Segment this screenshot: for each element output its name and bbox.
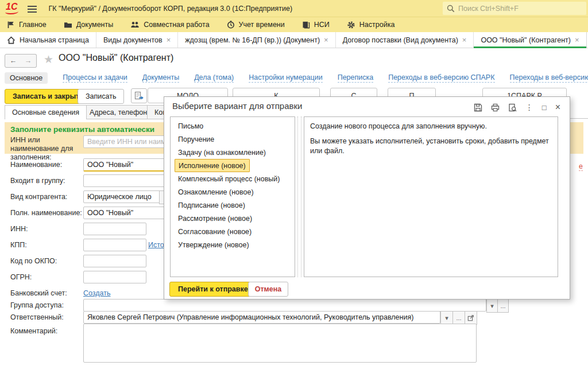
responsible-field[interactable]: Яковлев Сергей Петрович (Управление инфо…: [83, 311, 440, 324]
menu-item-time-tracking[interactable]: Учет времени: [227, 21, 285, 29]
responsible-label: Ответственный:: [10, 313, 64, 321]
print-icon[interactable]: [491, 103, 500, 112]
nav-link-spark-1[interactable]: Переходы в веб-версию СПАРК: [388, 73, 494, 83]
nav-link-documents[interactable]: Документы: [142, 73, 179, 83]
nav-link-numbering[interactable]: Настройки нумерации: [249, 73, 322, 83]
option-consideration[interactable]: Рассмотрение (новое): [171, 212, 295, 225]
option-letter[interactable]: Письмо: [171, 119, 295, 133]
tab-label: Договор поставки (Вид документа): [343, 36, 458, 44]
nav-link-processes[interactable]: Процессы и задачи: [63, 73, 127, 83]
tab-label: ждозщ (врем. № 16-ДП (вр.)) (Документ): [185, 36, 320, 44]
ogrn-field[interactable]: [83, 271, 146, 283]
menu-label: Учет времени: [239, 21, 285, 29]
tab-label: Виды документов: [103, 36, 163, 44]
access-group-more-button[interactable]: ...: [497, 299, 509, 313]
autofill-heading: Заполните реквизиты автоматически: [10, 125, 154, 134]
tab-home-page[interactable]: Начальная страница: [0, 32, 96, 48]
tab-main-info[interactable]: Основные сведения: [5, 105, 87, 119]
tab-close-icon[interactable]: ×: [167, 36, 171, 44]
option-approval[interactable]: Согласование (новое): [171, 225, 295, 238]
menu-item-main[interactable]: Главное: [7, 21, 47, 29]
option-complex-process[interactable]: Комплексный процесс (новый): [171, 172, 295, 185]
bank-account-create-link[interactable]: Создать: [83, 289, 111, 297]
paste-from-clipboard-icon[interactable]: [131, 88, 147, 103]
description-line-1: Создание нового процесса для заполнения …: [310, 122, 552, 131]
inn-field[interactable]: [83, 223, 146, 235]
tab-contragent-novyi[interactable]: ООО "Новый" (Контрагент) ×: [474, 32, 586, 48]
tab-zhdozsh-document[interactable]: ждозщ (врем. № 16-ДП (вр.)) (Документ) ×: [178, 32, 335, 48]
tab-supply-contract[interactable]: Договор поставки (Вид документа) ×: [336, 32, 474, 48]
save-icon[interactable]: [474, 103, 482, 112]
comment-field[interactable]: [83, 324, 477, 363]
tab-label: Начальная страница: [20, 36, 89, 44]
nav-link-correspondence[interactable]: Переписка: [338, 73, 374, 83]
more-icon[interactable]: ⋮: [525, 103, 533, 112]
gear-icon: [347, 21, 355, 29]
menu-item-documents[interactable]: Документы: [64, 21, 113, 29]
flag-icon: [7, 21, 15, 29]
access-group-dropdown-button[interactable]: ▾: [486, 299, 498, 313]
tab-close-icon[interactable]: ×: [324, 36, 328, 44]
kpp-field[interactable]: [83, 239, 146, 251]
tab-close-icon[interactable]: ×: [462, 36, 467, 44]
tab-label: ООО "Новый" (Контрагент): [481, 36, 571, 44]
forward-button[interactable]: →: [20, 54, 37, 68]
option-assignment[interactable]: Поручение: [171, 133, 295, 146]
inn-label: ИНН:: [10, 225, 28, 233]
app-window: 1С ГК "Меркурий" / Документооборот КОРП,…: [0, 0, 588, 389]
clock-icon: [227, 21, 235, 29]
responsible-more-button[interactable]: ...: [452, 311, 465, 325]
name-label: Наименование:: [10, 161, 62, 169]
option-signing[interactable]: Подписание (новое): [171, 199, 295, 212]
close-icon[interactable]: ×: [555, 102, 560, 112]
menu-item-collaboration[interactable]: Совместная работа: [130, 21, 209, 29]
menu-item-nsi[interactable]: НСИ: [302, 21, 330, 29]
nav-link-cases[interactable]: Дела (тома): [194, 73, 234, 83]
1c-logo-icon: 1С: [6, 2, 18, 15]
dialog-window-controls: ⋮ □ ×: [474, 102, 560, 112]
dialog-title: Выберите вариант для отправки: [172, 101, 302, 111]
kind-label: Вид контрагента:: [10, 193, 67, 201]
spark-red-link-fragment[interactable]: е: [579, 162, 583, 171]
save-button[interactable]: Записать: [78, 89, 124, 104]
option-confirmation[interactable]: Утверждение (новое): [171, 238, 295, 251]
option-execution-selected[interactable]: Исполнение (новое): [175, 159, 250, 172]
okpo-field[interactable]: [83, 255, 146, 267]
proceed-to-send-button[interactable]: Перейти к отправке: [169, 282, 257, 297]
comment-label: Комментарий:: [10, 327, 57, 335]
cancel-button[interactable]: Отмена: [248, 282, 288, 297]
section-nav: Основное Процессы и задачи Документы Дел…: [5, 72, 588, 84]
search-placeholder: Поиск Ctrl+Shift+F: [458, 5, 519, 13]
menu-label: НСИ: [314, 21, 330, 29]
menu-label: Совместная работа: [144, 21, 209, 29]
hamburger-menu-icon[interactable]: [28, 5, 38, 13]
responsible-dropdown-button[interactable]: ▾: [440, 311, 453, 325]
window-title: ГК "Меркурий" / Документооборот КОРП, ре…: [48, 5, 292, 13]
group-label: Входит в группу:: [10, 177, 65, 185]
main-menu-bar: Главное Документы Совместная работа Учет…: [0, 17, 588, 32]
page-title: ООО "Новый" (Контрагент): [59, 53, 173, 63]
favorite-star-icon[interactable]: ★: [44, 53, 53, 66]
option-task[interactable]: Задачу (на ознакомление): [171, 146, 295, 159]
menu-item-settings[interactable]: Настройка: [347, 21, 395, 29]
back-button[interactable]: ←: [5, 54, 22, 68]
menu-label: Настройка: [359, 21, 395, 29]
responsible-open-icon[interactable]: [465, 311, 477, 325]
kind-field[interactable]: Юридическое лицо: [83, 190, 160, 203]
global-search-input[interactable]: Поиск Ctrl+Shift+F: [443, 2, 586, 15]
maximize-icon[interactable]: □: [542, 103, 547, 112]
send-variant-dialog: Выберите вариант для отправки ⋮ □ × Пись…: [164, 96, 570, 299]
menu-label: Документы: [76, 21, 113, 29]
home-icon: [7, 36, 16, 44]
ogrn-label: ОГРН:: [10, 273, 32, 281]
option-acquaintance[interactable]: Ознакомление (новое): [171, 185, 295, 199]
dialog-splitter[interactable]: [297, 116, 301, 277]
tab-close-icon[interactable]: ×: [575, 36, 579, 44]
preview-icon[interactable]: [508, 103, 517, 112]
description-line-2: Вы можете указать исполнителей, установи…: [310, 137, 552, 156]
window-tab-bar: Начальная страница Виды документов × ждо…: [0, 32, 588, 48]
nav-link-main[interactable]: Основное: [5, 72, 48, 84]
nav-link-spark-2[interactable]: Переходы в веб-версию СПАРК: [510, 73, 588, 83]
tab-document-kinds[interactable]: Виды документов ×: [96, 32, 178, 48]
access-group-field[interactable]: [83, 299, 486, 312]
